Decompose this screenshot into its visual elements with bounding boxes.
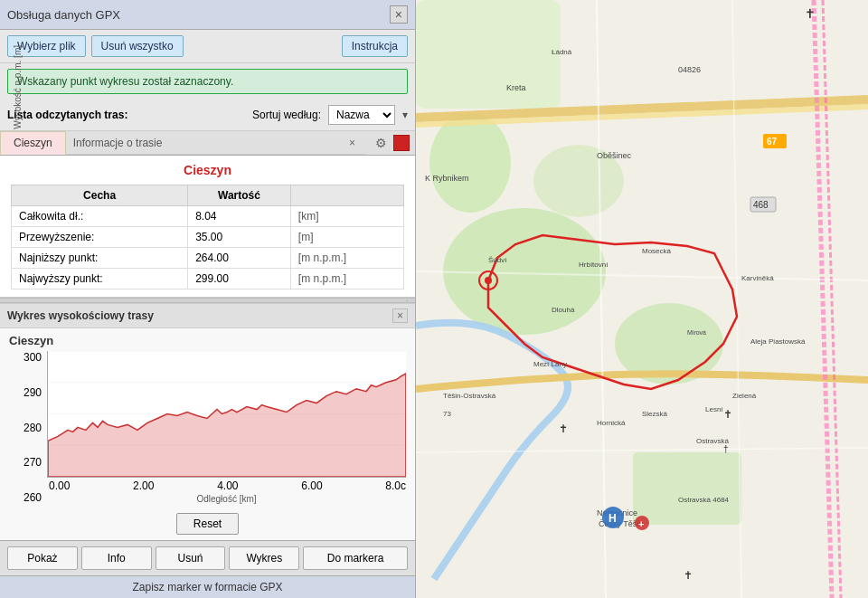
svg-text:Łádná: Łádná xyxy=(552,48,572,56)
svg-text:Mirová: Mirová xyxy=(687,329,706,336)
route-info-title-label: Informacje o trasie × xyxy=(66,131,366,155)
svg-text:Kreta: Kreta xyxy=(506,83,526,92)
x-axis-ticks: 0.00 2.00 4.00 6.00 8.0c xyxy=(47,479,406,492)
svg-text:K Rybnikem: K Rybnikem xyxy=(425,174,469,183)
svg-text:✝: ✝ xyxy=(559,422,568,435)
chart-header: Wykres wysokościowy trasy × xyxy=(0,304,415,328)
x-tick: 8.0c xyxy=(385,479,406,492)
svg-text:H: H xyxy=(609,512,617,525)
chart-reset-button[interactable]: Reset xyxy=(176,513,239,535)
route-tab-bar: Cieszyn Informacje o trasie × ⚙ xyxy=(0,131,415,156)
panel-title: Obsługa danych GPX xyxy=(7,8,120,22)
route-info-name: Cieszyn xyxy=(11,163,404,177)
col-header-unit xyxy=(290,185,403,206)
svg-text:Dlouhá: Dlouhá xyxy=(552,306,575,314)
svg-marker-4 xyxy=(48,374,406,477)
svg-rect-9 xyxy=(416,0,561,109)
y-tick: 290 xyxy=(24,386,42,399)
chart-close-button[interactable]: × xyxy=(392,308,408,323)
x-tick: 6.00 xyxy=(301,479,322,492)
remove-button[interactable]: Usuń xyxy=(156,546,226,570)
info-button[interactable]: Info xyxy=(81,546,152,570)
sort-select[interactable]: Nazwa Data Długość xyxy=(328,105,395,125)
table-row-unit: [km] xyxy=(290,206,403,227)
table-row-wartosc: 264.00 xyxy=(188,248,291,269)
svg-text:✝: ✝ xyxy=(805,6,816,21)
table-row-wartosc: 35.00 xyxy=(188,227,291,248)
chart-reset-area: Reset xyxy=(0,508,415,540)
chart-container: Cieszyn 300 290 280 270 260 xyxy=(0,328,415,508)
svg-point-6 xyxy=(443,208,606,335)
table-row-cecha: Przewyższenie: xyxy=(12,227,188,248)
route-tab-close-button[interactable]: × xyxy=(345,137,359,149)
x-tick: 4.00 xyxy=(217,479,238,492)
svg-text:04826: 04826 xyxy=(678,65,701,74)
chart-wrapper: 300 290 280 270 260 xyxy=(9,351,406,508)
y-tick: 260 xyxy=(24,491,42,504)
route-info-table: Cecha Wartość Całkowita dł.:8.04[km]Prze… xyxy=(11,185,404,290)
svg-text:+: + xyxy=(638,518,644,529)
chart-svg-area xyxy=(47,351,406,478)
col-header-cecha: Cecha xyxy=(12,185,188,206)
svg-text:Šúdví: Šúdví xyxy=(488,256,507,264)
svg-text:Ostravská 4684: Ostravská 4684 xyxy=(678,496,730,504)
x-axis-label: Odległość [km] xyxy=(47,494,406,504)
table-row-wartosc: 299.00 xyxy=(188,269,291,290)
resize-icon: ⋮ xyxy=(402,299,415,302)
table-row-cecha: Najniższy punkt: xyxy=(12,248,188,269)
y-tick: 300 xyxy=(24,351,42,364)
chart-route-name: Cieszyn xyxy=(9,334,406,347)
route-info-content: Cieszyn Cecha Wartość Całkowita dł.:8.04… xyxy=(0,156,415,298)
alert-message: Wskazany punkt wykresu został zaznaczony… xyxy=(17,75,233,88)
bottom-toolbar: Pokaż Info Usuń Wykres Do markera xyxy=(0,540,415,575)
svg-text:468: 468 xyxy=(753,200,769,210)
route-list-label: Lista odczytanych tras: xyxy=(7,109,127,121)
to-marker-button[interactable]: Do markera xyxy=(303,546,408,570)
table-row-unit: [m] xyxy=(290,227,403,248)
footer-bar[interactable]: Zapisz marker w formacie GPX xyxy=(0,575,415,598)
svg-text:Oběšinec: Oběšinec xyxy=(597,151,632,160)
svg-text:Lesní: Lesní xyxy=(705,405,723,413)
svg-text:Těšin-Ostravská: Těšin-Ostravská xyxy=(443,392,496,400)
sort-label: Sortuj według: xyxy=(252,109,321,121)
svg-text:67: 67 xyxy=(767,137,778,147)
toolbar: Wybierz plik Usuń wszystko Instrukcja xyxy=(0,30,415,63)
table-row-wartosc: 8.04 xyxy=(188,206,291,227)
footer-label: Zapisz marker w formacie GPX xyxy=(132,581,282,593)
show-button[interactable]: Pokaż xyxy=(7,546,78,570)
y-tick: 270 xyxy=(24,456,42,469)
elevation-chart-svg xyxy=(48,351,406,477)
remove-all-button[interactable]: Usuń wszystko xyxy=(91,35,184,57)
svg-text:✝: ✝ xyxy=(684,569,693,582)
svg-text:Karviněká: Karviněká xyxy=(741,274,774,282)
alert-box: Wskazany punkt wykresu został zaznaczony… xyxy=(7,69,408,94)
table-row-cecha: Najwyższy punkt: xyxy=(12,269,188,290)
route-tab-cieszyn[interactable]: Cieszyn xyxy=(0,131,66,155)
y-tick: 280 xyxy=(24,422,42,434)
tab-icons: ⚙ xyxy=(366,131,415,155)
table-row-unit: [m n.p.m.] xyxy=(290,269,403,290)
svg-point-10 xyxy=(429,113,511,213)
svg-rect-11 xyxy=(633,452,741,525)
svg-text:Hrbítovní: Hrbítovní xyxy=(579,261,609,269)
x-tick: 0.00 xyxy=(49,479,70,492)
left-panel: Obsługa danych GPX × Wybierz plik Usuń w… xyxy=(0,0,416,598)
instructions-button[interactable]: Instrukcja xyxy=(342,35,408,57)
chart-section: Wykres wysokościowy trasy × Cieszyn 300 … xyxy=(0,303,415,540)
col-header-wartosc: Wartość xyxy=(188,185,291,206)
route-list-header: Lista odczytanych tras: Sortuj według: N… xyxy=(0,100,415,131)
gear-icon[interactable]: ⚙ xyxy=(372,134,390,152)
route-tab-area: Cieszyn Informacje o trasie × ⚙ Cieszyn … xyxy=(0,131,415,540)
chart-button[interactable]: Wykres xyxy=(229,546,299,570)
color-indicator[interactable] xyxy=(393,135,410,151)
svg-text:73: 73 xyxy=(443,410,451,418)
panel-close-button[interactable]: × xyxy=(390,5,408,24)
svg-text:✝: ✝ xyxy=(723,408,732,421)
svg-text:Hornická: Hornická xyxy=(597,419,626,427)
map-area[interactable]: K Rybnikem 04826 Kreta Łádná Oběšinec Šú… xyxy=(416,0,868,598)
svg-text:Aleja Piastowská: Aleja Piastowská xyxy=(750,337,806,346)
y-axis-ticks: 300 290 280 270 260 xyxy=(9,351,45,504)
x-tick: 2.00 xyxy=(133,479,154,492)
svg-text:Zielená: Zielená xyxy=(732,392,757,400)
map-svg: K Rybnikem 04826 Kreta Łádná Oběšinec Šú… xyxy=(416,0,868,598)
